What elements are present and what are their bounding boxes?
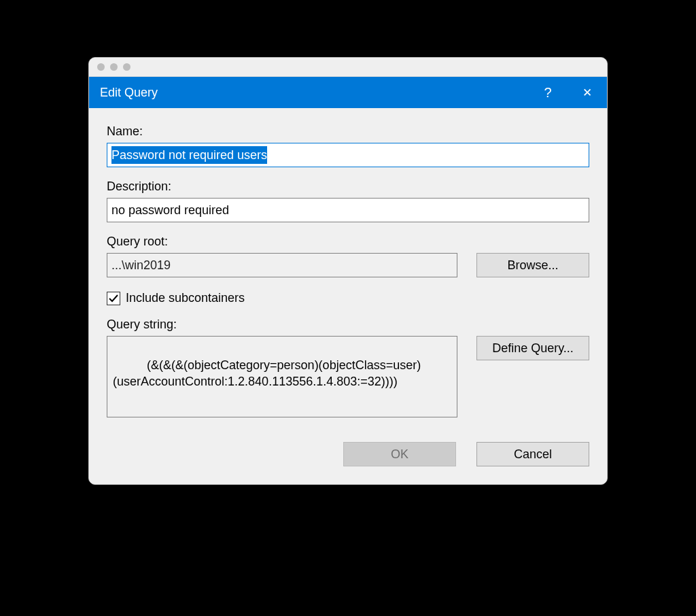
name-input-value: Password not required users bbox=[111, 146, 267, 164]
include-subcontainers-checkbox[interactable] bbox=[107, 292, 120, 305]
browse-button-label: Browse... bbox=[507, 258, 558, 273]
define-query-button[interactable]: Define Query... bbox=[476, 336, 589, 360]
dialog-title: Edit Query bbox=[100, 86, 528, 100]
close-icon: ✕ bbox=[582, 86, 592, 100]
mac-traffic-lights bbox=[89, 58, 607, 77]
check-icon bbox=[108, 293, 119, 304]
dialog-content: Name: Password not required users Descri… bbox=[89, 108, 607, 484]
cancel-button[interactable]: Cancel bbox=[476, 442, 589, 466]
query-root-value: ...\win2019 bbox=[111, 258, 171, 273]
description-label: Description: bbox=[107, 179, 589, 194]
ok-button-label: OK bbox=[391, 447, 408, 462]
window-frame: Edit Query ? ✕ Name: Password not requir… bbox=[88, 57, 608, 485]
query-string-field: (&(&(&(objectCategory=person)(objectClas… bbox=[107, 336, 457, 417]
include-subcontainers-label: Include subcontainers bbox=[126, 291, 245, 305]
traffic-close-icon[interactable] bbox=[97, 63, 105, 71]
query-string-label: Query string: bbox=[107, 318, 589, 332]
name-input[interactable]: Password not required users bbox=[107, 143, 589, 167]
query-string-value: (&(&(&(objectCategory=person)(objectClas… bbox=[113, 358, 421, 388]
description-input-value: no password required bbox=[111, 201, 229, 219]
browse-button[interactable]: Browse... bbox=[476, 253, 589, 277]
titlebar: Edit Query ? ✕ bbox=[89, 77, 607, 108]
traffic-zoom-icon[interactable] bbox=[123, 63, 130, 71]
close-button[interactable]: ✕ bbox=[568, 77, 607, 108]
query-root-field: ...\win2019 bbox=[107, 253, 457, 277]
cancel-button-label: Cancel bbox=[514, 447, 552, 462]
traffic-minimize-icon[interactable] bbox=[110, 63, 118, 71]
query-root-label: Query root: bbox=[107, 235, 589, 249]
define-query-button-label: Define Query... bbox=[492, 341, 574, 356]
edit-query-dialog: Edit Query ? ✕ Name: Password not requir… bbox=[89, 77, 607, 484]
name-label: Name: bbox=[107, 124, 589, 139]
include-subcontainers-row[interactable]: Include subcontainers bbox=[107, 291, 589, 305]
description-input[interactable]: no password required bbox=[107, 198, 589, 222]
ok-button: OK bbox=[343, 442, 456, 466]
help-button[interactable]: ? bbox=[528, 77, 568, 108]
help-icon: ? bbox=[544, 85, 551, 101]
dialog-footer: OK Cancel bbox=[107, 442, 589, 466]
